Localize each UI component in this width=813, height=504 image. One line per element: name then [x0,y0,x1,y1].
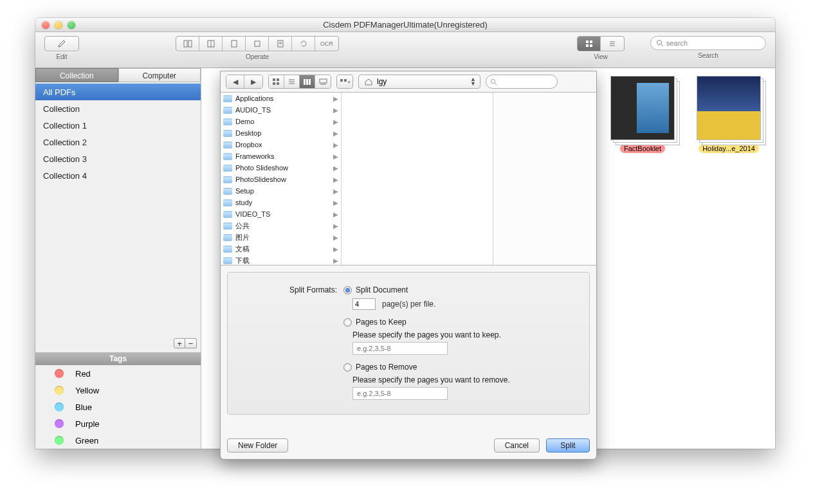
tag-row[interactable]: Green [35,432,201,449]
sidebar-item[interactable]: All PDFs [35,84,201,100]
tag-row[interactable]: Yellow [35,382,201,399]
search-placeholder: search [666,39,688,47]
op-5[interactable] [269,37,292,51]
sidebar-item[interactable]: Collection [35,100,201,117]
view-grid[interactable] [578,37,601,51]
svg-rect-12 [590,44,592,47]
svg-rect-26 [306,79,308,85]
chevron-right-icon: ▶ [333,107,338,114]
sidebar-item[interactable]: Collection 2 [35,134,201,150]
folder-row[interactable]: Setup▶ [221,185,341,197]
folder-icon [223,234,232,241]
chevron-right-icon: ▶ [333,95,338,102]
finder-arrange[interactable]: ▾ [337,75,352,88]
folder-row[interactable]: 下载▶ [221,255,341,265]
op-1[interactable] [176,37,199,51]
finder-column-view[interactable] [300,75,315,88]
folder-icon [223,257,232,264]
folder-icon [223,199,232,206]
window-title: Cisdem PDFManagerUltimate(Unregistered) [35,20,775,30]
tab-computer[interactable]: Computer [118,68,201,82]
tag-color-dot [55,419,64,428]
folder-row[interactable]: 公共▶ [221,220,341,231]
tag-row[interactable]: Purple [35,415,201,432]
folder-row[interactable]: Photo Slideshow▶ [221,162,341,174]
new-folder-button[interactable]: New Folder [227,438,288,453]
folder-row[interactable]: Demo▶ [221,116,341,127]
folder-name: study [235,199,252,206]
edit-button[interactable] [44,36,79,51]
nav-forward[interactable]: ▶ [244,75,262,88]
folder-row[interactable]: VIDEO_TS▶ [221,208,341,220]
op-7[interactable]: OCR [315,37,338,51]
folder-row[interactable]: 图片▶ [221,231,341,243]
remove-input[interactable] [352,387,448,400]
chevron-right-icon: ▶ [333,222,338,230]
search-label: Search [698,52,718,59]
svg-point-16 [657,40,662,45]
folder-row[interactable]: Desktop▶ [221,127,341,139]
add-collection[interactable]: + [174,338,185,348]
folder-name: 下载 [235,256,250,266]
op-4[interactable] [246,37,269,51]
pencil-icon [57,39,66,48]
gear-icon: ▾ [339,78,351,86]
split-button[interactable]: Split [546,438,590,453]
folder-row[interactable]: Dropbox▶ [221,139,341,150]
svg-rect-20 [273,82,275,85]
folder-name: Desktop [235,129,261,137]
folder-name: Frameworks [235,152,275,160]
remove-collection[interactable]: − [185,338,197,348]
tag-row[interactable]: Blue [35,399,201,415]
path-label: lgy [377,77,387,86]
folder-row[interactable]: Frameworks▶ [221,150,341,162]
tag-row[interactable]: Red [35,365,201,382]
svg-rect-11 [586,44,589,47]
radio-split-document[interactable] [343,286,352,294]
svg-rect-1 [188,40,192,47]
finder-icon-view[interactable] [269,75,284,88]
sheet-search[interactable] [486,75,558,89]
grid-icon [585,39,594,48]
svg-rect-25 [304,79,306,85]
svg-rect-21 [277,82,279,85]
svg-rect-9 [586,40,589,43]
pdf-thumb[interactable]: Holiday...e_2014 [695,76,762,153]
main-search[interactable]: search [650,36,766,50]
chevron-right-icon: ▶ [333,153,338,160]
pdf-thumb[interactable]: FactBooklet [609,76,676,153]
cancel-button[interactable]: Cancel [494,438,540,453]
op-6[interactable] [292,37,315,51]
columns-icon [303,78,311,86]
view-list[interactable] [601,37,624,51]
path-popup[interactable]: lgy ▲▼ [358,75,480,89]
tab-collection[interactable]: Collection [35,68,118,82]
pdf-page-preview [610,76,675,140]
radio-pages-remove[interactable] [343,363,352,372]
sidebar-item[interactable]: Collection 1 [35,117,201,134]
op-2[interactable] [199,37,223,51]
op-3[interactable] [223,37,246,51]
finder-cover-view[interactable] [315,75,331,88]
folder-icon [223,95,232,102]
sidebar-item[interactable]: Collection 3 [35,150,201,167]
folder-row[interactable]: Applications▶ [221,93,341,104]
folder-row[interactable]: AUDIO_TS▶ [221,104,341,116]
svg-rect-0 [184,40,187,47]
finder-list-view[interactable] [284,75,300,88]
grid-icon [272,78,280,86]
view-label: View [594,53,608,60]
radio-pages-keep[interactable] [343,318,352,327]
sidebar-item[interactable]: Collection 4 [35,167,201,184]
edit-label: Edit [56,53,67,60]
keep-input[interactable] [352,342,448,355]
folder-row[interactable]: study▶ [221,197,341,208]
folder-row[interactable]: PhotoSlideshow▶ [221,174,341,185]
tag-label: Red [75,369,91,379]
nav-back[interactable]: ◀ [226,75,244,88]
folder-icon [223,153,232,160]
folder-icon [223,176,232,183]
tag-color-dot [55,402,64,411]
pages-per-file-input[interactable] [352,298,376,310]
folder-row[interactable]: 文稿▶ [221,243,341,255]
